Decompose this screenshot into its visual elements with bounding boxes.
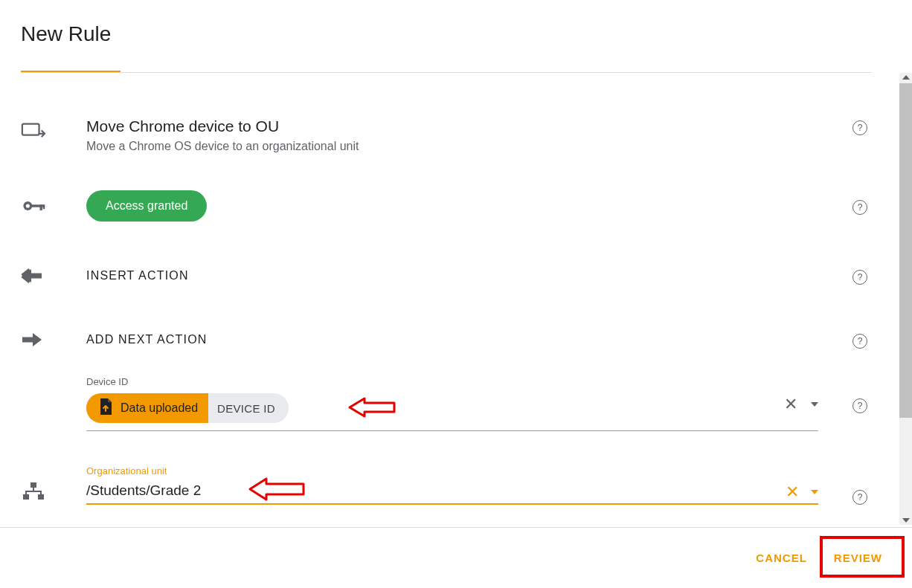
cancel-button[interactable]: CANCEL	[751, 544, 812, 572]
clear-ou-icon[interactable]: ✕	[786, 482, 799, 502]
svg-rect-7	[30, 274, 42, 279]
move-description: Move a Chrome OS device to an organizati…	[86, 140, 845, 153]
chip-device-id-text: DEVICE ID	[208, 402, 289, 415]
chip-data-uploaded-text: Data uploaded	[121, 401, 198, 415]
insert-action-label: INSERT ACTION	[86, 269, 845, 282]
device-id-field[interactable]: Data uploaded DEVICE ID ✕	[86, 393, 818, 431]
svg-rect-11	[30, 482, 36, 488]
scrollbar-thumb[interactable]	[899, 83, 912, 418]
svg-rect-4	[40, 204, 42, 210]
ou-field[interactable]: /Students/Grade 2 ✕	[86, 482, 818, 505]
svg-rect-12	[23, 494, 29, 500]
row-access: Access granted ?	[0, 190, 896, 222]
help-icon[interactable]: ?	[852, 334, 867, 349]
scroll-up-icon[interactable]	[902, 75, 910, 80]
arrow-right-icon	[21, 332, 43, 351]
footer: CANCEL REVIEW	[0, 527, 912, 588]
access-granted-chip[interactable]: Access granted	[86, 190, 207, 222]
svg-rect-0	[22, 124, 39, 135]
add-next-action-label: ADD NEXT ACTION	[86, 333, 845, 346]
ou-value: /Students/Grade 2	[86, 482, 201, 498]
scrollbar-track[interactable]	[899, 73, 912, 525]
key-icon	[21, 196, 46, 219]
arrow-left-icon	[21, 268, 43, 287]
help-icon[interactable]: ?	[852, 270, 867, 285]
svg-rect-9	[22, 337, 34, 343]
device-id-label: Device ID	[86, 376, 845, 387]
help-icon[interactable]: ?	[852, 398, 867, 413]
row-add-next-action[interactable]: ADD NEXT ACTION ?	[0, 329, 896, 351]
org-unit-icon	[21, 481, 46, 505]
svg-rect-5	[43, 204, 45, 209]
svg-rect-13	[38, 494, 44, 500]
device-id-dropdown-icon[interactable]	[811, 402, 818, 407]
review-button[interactable]: REVIEW	[829, 544, 887, 572]
row-organizational-unit: Organizational unit /Students/Grade 2 ✕ …	[0, 465, 896, 525]
device-move-icon	[21, 120, 46, 144]
file-upload-icon	[98, 398, 113, 419]
ou-dropdown-icon[interactable]	[811, 490, 818, 494]
clear-device-id-icon[interactable]: ✕	[784, 395, 797, 414]
scroll-down-icon[interactable]	[902, 518, 910, 523]
device-id-chip[interactable]: Data uploaded DEVICE ID	[86, 393, 289, 423]
row-insert-action[interactable]: INSERT ACTION ?	[0, 265, 896, 287]
help-icon[interactable]: ?	[852, 490, 867, 505]
move-title: Move Chrome device to OU	[86, 117, 845, 135]
row-move-device: Move Chrome device to OU Move a Chrome O…	[0, 117, 896, 153]
row-device-id: Device ID Data uploaded DEVICE ID	[0, 376, 896, 431]
ou-label: Organizational unit	[86, 465, 845, 476]
svg-point-2	[26, 204, 30, 207]
help-icon[interactable]: ?	[852, 200, 867, 215]
help-icon[interactable]: ?	[852, 120, 867, 135]
content-area: Move Chrome device to OU Move a Chrome O…	[0, 73, 896, 525]
page-title: New Rule	[0, 0, 912, 61]
